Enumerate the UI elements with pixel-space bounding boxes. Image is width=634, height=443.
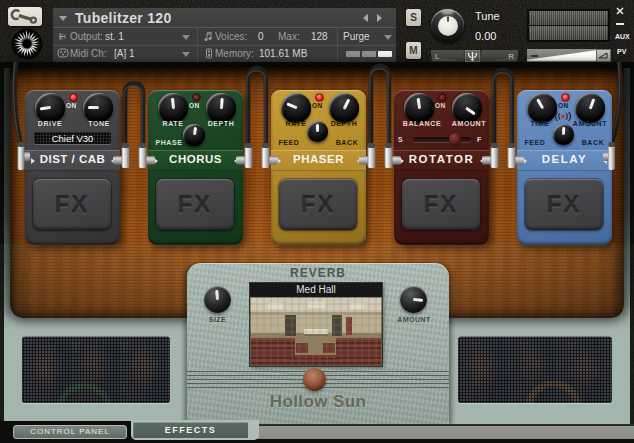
svg-text:PV: PV: [617, 48, 627, 55]
svg-text:AUX: AUX: [615, 33, 630, 40]
